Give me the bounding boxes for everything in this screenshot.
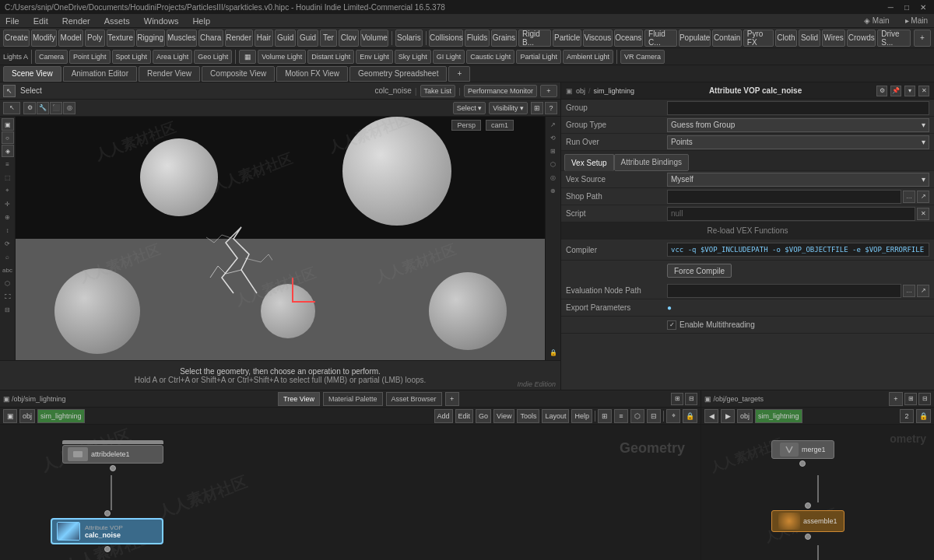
- cam1-label[interactable]: cam1: [486, 120, 514, 131]
- cloth-btn[interactable]: Cloth: [775, 30, 798, 47]
- ng2-split-icon[interactable]: ⊟: [918, 393, 931, 405]
- param-settings-icon[interactable]: ⚙: [876, 86, 887, 96]
- rigging-btn[interactable]: Rigging: [136, 30, 165, 47]
- workspace-main[interactable]: ◈ Main: [861, 16, 892, 25]
- select-tool-icon[interactable]: ↖: [3, 85, 16, 97]
- vp-left-btn15[interactable]: ⊟: [2, 303, 14, 316]
- param-close-icon[interactable]: ✕: [918, 86, 929, 96]
- render-btn[interactable]: Render: [225, 30, 253, 47]
- vp-icon2[interactable]: ?: [545, 102, 557, 114]
- tab-attr-bindings[interactable]: Attribute Bindings: [614, 154, 689, 171]
- plus-icon[interactable]: +: [914, 30, 931, 47]
- select-icon[interactable]: ↖: [3, 102, 20, 114]
- ng1-canvas[interactable]: 人人素材社区 人人素材社区 人人素材社区 Geometry attribdele…: [0, 425, 700, 560]
- ng2-layout-icon[interactable]: ⊞: [904, 393, 917, 405]
- collisions-btn[interactable]: Collisions: [429, 30, 463, 47]
- mt-checkbox[interactable]: ✓: [667, 320, 676, 330]
- node-merge1[interactable]: merge1: [771, 440, 834, 467]
- sky-light-btn[interactable]: Sky Light: [395, 50, 431, 64]
- ng2-lock-icon[interactable]: 🔒: [916, 409, 931, 423]
- param-collapse-icon[interactable]: ▾: [904, 86, 915, 96]
- model-btn[interactable]: Model: [58, 30, 83, 47]
- rv-btn7[interactable]: 🔒: [547, 346, 560, 359]
- viewport-canvas[interactable]: Persp cam1 人人素材社区 人人素材社区 人人素材社区: [16, 117, 560, 360]
- oceans-btn[interactable]: Oceans: [614, 30, 643, 47]
- pointlight-btn[interactable]: Point Light: [69, 50, 111, 64]
- crowds-btn[interactable]: Crowds: [847, 30, 876, 47]
- create-btn[interactable]: Create: [3, 30, 30, 47]
- ng1-display-icon3[interactable]: ⬡: [630, 409, 644, 423]
- vp-left-btn8[interactable]: ⊕: [2, 211, 14, 223]
- script-icon[interactable]: ✕: [917, 208, 929, 220]
- rv-btn3[interactable]: ⊞: [547, 145, 560, 157]
- modify-btn[interactable]: Modify: [31, 30, 57, 47]
- menu-assets[interactable]: Assets: [102, 16, 132, 26]
- vp-left-btn5[interactable]: ⬚: [2, 171, 14, 184]
- guid1-btn[interactable]: Guid: [275, 30, 296, 47]
- contain-btn[interactable]: Contain: [712, 30, 741, 47]
- ng2-back-btn[interactable]: ◀: [704, 409, 718, 423]
- tab-plus[interactable]: +: [448, 66, 470, 82]
- visibility-btn[interactable]: Visibility ▾: [489, 102, 528, 114]
- vp-left-btn7[interactable]: ✛: [2, 198, 14, 210]
- chara-btn[interactable]: Chara: [198, 30, 223, 47]
- ng1-add-btn[interactable]: Add: [434, 409, 453, 423]
- tab-motion-fx[interactable]: Motion FX View: [276, 66, 348, 82]
- evalnode-jump-icon[interactable]: ↗: [917, 285, 929, 297]
- vp-left-btn3[interactable]: ◈: [2, 145, 14, 157]
- vp-left-btn6[interactable]: ⌖: [2, 184, 14, 197]
- rv-btn6[interactable]: ⊕: [547, 184, 560, 197]
- texture-btn[interactable]: Texture: [107, 30, 135, 47]
- ter-btn[interactable]: Ter: [320, 30, 337, 47]
- vp-left-btn11[interactable]: ⌕: [2, 250, 14, 263]
- fluidc-btn[interactable]: Fluid C...: [644, 30, 677, 47]
- force-compile-btn[interactable]: Force Compile: [667, 264, 732, 278]
- tab-vex-setup[interactable]: Vex Setup: [564, 154, 614, 171]
- spotlight-btn[interactable]: Spot Light: [112, 50, 152, 64]
- camera-btn[interactable]: Camera: [35, 50, 68, 64]
- geo-display-btn[interactable]: ▦: [239, 50, 256, 64]
- menu-render[interactable]: Render: [60, 16, 93, 26]
- ng1-edit-btn[interactable]: Edit: [455, 409, 474, 423]
- ng1-plus-btn[interactable]: +: [445, 392, 459, 406]
- tab-scene-view[interactable]: Scene View: [3, 66, 61, 82]
- plus-viewport-btn[interactable]: +: [540, 85, 557, 97]
- populate-btn[interactable]: Populate: [679, 30, 711, 47]
- poly-btn[interactable]: Poly: [85, 30, 104, 47]
- ng2-canvas[interactable]: 人人素材社区 人人素材社区 ometry merge1: [701, 425, 934, 560]
- rv-btn5[interactable]: ◎: [547, 171, 560, 184]
- param-shoppath-value[interactable]: [667, 190, 901, 204]
- rigidb-btn[interactable]: Rigid B...: [518, 30, 551, 47]
- pyrofx-btn[interactable]: Pyro FX: [743, 30, 774, 47]
- param-pin-icon[interactable]: 📌: [890, 86, 901, 96]
- tool2[interactable]: 🔧: [37, 102, 49, 114]
- ng1-snap-icon[interactable]: ⌖: [666, 409, 680, 423]
- geolight-btn[interactable]: Geo Light: [194, 50, 232, 64]
- clov-btn[interactable]: Clov: [339, 30, 359, 47]
- ng2-plus-btn[interactable]: +: [889, 392, 903, 406]
- vp-left-btn1[interactable]: ▣: [2, 118, 14, 131]
- vp-left-btn2[interactable]: ○: [2, 131, 14, 144]
- ng1-net-btn[interactable]: sim_lightning: [37, 409, 85, 423]
- menu-windows[interactable]: Windows: [142, 16, 181, 26]
- rv-btn4[interactable]: ⬡: [547, 158, 560, 170]
- menu-help[interactable]: Help: [190, 16, 212, 26]
- ng1-layout-btn[interactable]: Layout: [542, 409, 569, 423]
- minimize-button[interactable]: ─: [885, 3, 897, 12]
- tool1[interactable]: ⚙: [23, 102, 36, 114]
- persp-label[interactable]: Persp: [451, 120, 481, 131]
- ng1-lock-icon[interactable]: 🔒: [683, 409, 697, 423]
- gi-light-btn[interactable]: GI Light: [433, 50, 465, 64]
- tab-render-view[interactable]: Render View: [139, 66, 200, 82]
- param-vexsource-select[interactable]: Myself ▾: [667, 173, 929, 187]
- tool4[interactable]: ◎: [63, 102, 75, 114]
- select-mode-btn[interactable]: Select ▾: [453, 102, 486, 114]
- param-runover-select[interactable]: Points ▾: [667, 135, 929, 149]
- node-calc-noise[interactable]: Attribute VOP calc_noise: [51, 510, 163, 552]
- rv-btn1[interactable]: ↗: [547, 118, 560, 131]
- close-button[interactable]: ✕: [917, 3, 929, 12]
- tab-composite-view[interactable]: Composite View: [202, 66, 275, 82]
- vp-icon1[interactable]: ⊞: [531, 102, 543, 114]
- ng1-display-icon2[interactable]: ≡: [614, 409, 628, 423]
- vr-camera-btn[interactable]: VR Camera: [620, 50, 665, 64]
